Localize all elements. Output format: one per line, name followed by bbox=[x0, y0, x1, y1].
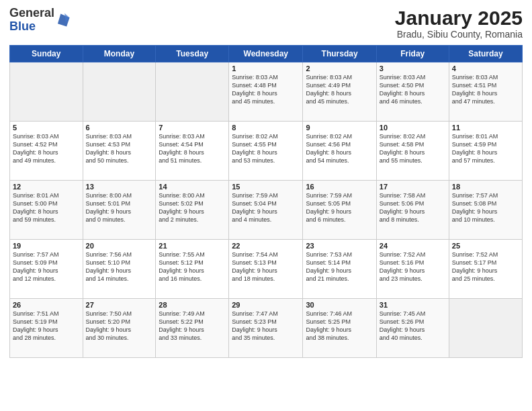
day-content: Sunrise: 8:03 AM Sunset: 4:51 PM Dayligh… bbox=[452, 73, 519, 106]
page-container: General Blue January 2025 Bradu, Sibiu C… bbox=[0, 0, 532, 411]
day-content: Sunrise: 7:58 AM Sunset: 5:06 PM Dayligh… bbox=[380, 191, 446, 224]
subtitle: Bradu, Sibiu County, Romania bbox=[395, 29, 523, 40]
day-content: Sunrise: 8:02 AM Sunset: 4:56 PM Dayligh… bbox=[306, 132, 373, 165]
calendar-cell: 23Sunrise: 7:53 AM Sunset: 5:14 PM Dayli… bbox=[303, 240, 376, 299]
calendar-cell: 21Sunrise: 7:55 AM Sunset: 5:12 PM Dayli… bbox=[156, 240, 229, 299]
day-number: 12 bbox=[13, 183, 80, 191]
day-number: 26 bbox=[13, 301, 80, 309]
day-number: 13 bbox=[86, 183, 153, 191]
day-content: Sunrise: 8:02 AM Sunset: 4:58 PM Dayligh… bbox=[380, 132, 446, 165]
day-number: 1 bbox=[232, 64, 300, 73]
day-content: Sunrise: 8:02 AM Sunset: 4:55 PM Dayligh… bbox=[232, 132, 300, 165]
day-of-week-header: Sunday bbox=[10, 46, 83, 62]
day-number: 25 bbox=[452, 242, 519, 250]
day-content: Sunrise: 7:51 AM Sunset: 5:19 PM Dayligh… bbox=[13, 310, 80, 342]
day-content: Sunrise: 7:52 AM Sunset: 5:17 PM Dayligh… bbox=[452, 250, 519, 283]
day-of-week-header: Tuesday bbox=[156, 46, 229, 62]
day-number: 15 bbox=[232, 183, 300, 191]
calendar-table: SundayMondayTuesdayWednesdayThursdayFrid… bbox=[9, 45, 523, 358]
day-content: Sunrise: 7:57 AM Sunset: 5:09 PM Dayligh… bbox=[13, 250, 80, 283]
calendar-cell: 18Sunrise: 7:57 AM Sunset: 5:08 PM Dayli… bbox=[449, 181, 522, 240]
calendar-cell: 9Sunrise: 8:02 AM Sunset: 4:56 PM Daylig… bbox=[303, 122, 376, 181]
calendar-week-row: 12Sunrise: 8:01 AM Sunset: 5:00 PM Dayli… bbox=[10, 181, 523, 240]
calendar-cell: 27Sunrise: 7:50 AM Sunset: 5:20 PM Dayli… bbox=[83, 299, 156, 358]
day-content: Sunrise: 8:03 AM Sunset: 4:54 PM Dayligh… bbox=[159, 132, 226, 165]
calendar-cell: 16Sunrise: 7:59 AM Sunset: 5:05 PM Dayli… bbox=[303, 181, 376, 240]
calendar-cell: 12Sunrise: 8:01 AM Sunset: 5:00 PM Dayli… bbox=[10, 181, 83, 240]
day-content: Sunrise: 7:53 AM Sunset: 5:14 PM Dayligh… bbox=[306, 250, 373, 283]
calendar-cell bbox=[83, 62, 156, 122]
day-of-week-header: Wednesday bbox=[229, 46, 303, 62]
day-number: 16 bbox=[306, 183, 373, 191]
day-content: Sunrise: 8:03 AM Sunset: 4:48 PM Dayligh… bbox=[232, 73, 300, 106]
calendar-cell: 2Sunrise: 8:03 AM Sunset: 4:49 PM Daylig… bbox=[303, 62, 376, 122]
day-number: 11 bbox=[452, 124, 519, 132]
day-content: Sunrise: 7:59 AM Sunset: 5:05 PM Dayligh… bbox=[306, 191, 373, 224]
day-content: Sunrise: 7:46 AM Sunset: 5:25 PM Dayligh… bbox=[306, 310, 373, 342]
calendar-cell: 4Sunrise: 8:03 AM Sunset: 4:51 PM Daylig… bbox=[449, 62, 522, 122]
day-number: 27 bbox=[86, 301, 153, 309]
calendar-cell: 29Sunrise: 7:47 AM Sunset: 5:23 PM Dayli… bbox=[229, 299, 303, 358]
day-number: 6 bbox=[86, 124, 153, 132]
main-title: January 2025 bbox=[395, 7, 523, 29]
calendar-cell: 20Sunrise: 7:56 AM Sunset: 5:10 PM Dayli… bbox=[83, 240, 156, 299]
logo-blue-text: Blue bbox=[9, 19, 36, 33]
calendar-cell: 26Sunrise: 7:51 AM Sunset: 5:19 PM Dayli… bbox=[10, 299, 83, 358]
day-number: 17 bbox=[380, 183, 446, 191]
calendar-cell: 3Sunrise: 8:03 AM Sunset: 4:50 PM Daylig… bbox=[376, 62, 449, 122]
calendar-cell: 30Sunrise: 7:46 AM Sunset: 5:25 PM Dayli… bbox=[303, 299, 376, 358]
logo-icon bbox=[56, 13, 71, 28]
calendar-cell bbox=[449, 299, 522, 358]
day-of-week-header: Friday bbox=[376, 46, 449, 62]
day-number: 21 bbox=[159, 242, 226, 250]
calendar-cell: 25Sunrise: 7:52 AM Sunset: 5:17 PM Dayli… bbox=[449, 240, 522, 299]
calendar-cell: 24Sunrise: 7:52 AM Sunset: 5:16 PM Dayli… bbox=[376, 240, 449, 299]
day-content: Sunrise: 7:56 AM Sunset: 5:10 PM Dayligh… bbox=[86, 250, 153, 283]
day-content: Sunrise: 7:59 AM Sunset: 5:04 PM Dayligh… bbox=[232, 191, 300, 224]
day-number: 5 bbox=[13, 124, 80, 132]
calendar-cell: 17Sunrise: 7:58 AM Sunset: 5:06 PM Dayli… bbox=[376, 181, 449, 240]
calendar-cell: 28Sunrise: 7:49 AM Sunset: 5:22 PM Dayli… bbox=[156, 299, 229, 358]
day-content: Sunrise: 7:57 AM Sunset: 5:08 PM Dayligh… bbox=[452, 191, 519, 224]
calendar-week-row: 26Sunrise: 7:51 AM Sunset: 5:19 PM Dayli… bbox=[10, 299, 523, 358]
day-content: Sunrise: 7:52 AM Sunset: 5:16 PM Dayligh… bbox=[380, 250, 446, 283]
day-number: 28 bbox=[159, 301, 226, 309]
day-number: 7 bbox=[159, 124, 226, 132]
day-number: 30 bbox=[306, 301, 373, 309]
calendar-week-row: 1Sunrise: 8:03 AM Sunset: 4:48 PM Daylig… bbox=[10, 62, 523, 122]
calendar-week-row: 5Sunrise: 8:03 AM Sunset: 4:52 PM Daylig… bbox=[10, 122, 523, 181]
day-content: Sunrise: 7:49 AM Sunset: 5:22 PM Dayligh… bbox=[159, 310, 226, 342]
calendar-cell: 15Sunrise: 7:59 AM Sunset: 5:04 PM Dayli… bbox=[229, 181, 303, 240]
day-of-week-header: Saturday bbox=[449, 46, 522, 62]
calendar-cell: 10Sunrise: 8:02 AM Sunset: 4:58 PM Dayli… bbox=[376, 122, 449, 181]
day-content: Sunrise: 8:01 AM Sunset: 5:00 PM Dayligh… bbox=[13, 191, 80, 224]
logo-general-text: General bbox=[9, 6, 54, 19]
day-number: 19 bbox=[13, 242, 80, 250]
header: General Blue January 2025 Bradu, Sibiu C… bbox=[9, 7, 523, 40]
calendar-cell bbox=[10, 62, 83, 122]
day-content: Sunrise: 7:50 AM Sunset: 5:20 PM Dayligh… bbox=[86, 310, 153, 342]
day-number: 23 bbox=[306, 242, 373, 250]
logo: General Blue bbox=[9, 7, 71, 34]
day-content: Sunrise: 7:55 AM Sunset: 5:12 PM Dayligh… bbox=[159, 250, 226, 283]
day-content: Sunrise: 8:00 AM Sunset: 5:02 PM Dayligh… bbox=[159, 191, 226, 224]
day-content: Sunrise: 7:45 AM Sunset: 5:26 PM Dayligh… bbox=[380, 310, 446, 342]
day-number: 10 bbox=[380, 124, 446, 132]
day-number: 31 bbox=[380, 301, 446, 309]
calendar-cell: 13Sunrise: 8:00 AM Sunset: 5:01 PM Dayli… bbox=[83, 181, 156, 240]
calendar-cell bbox=[156, 62, 229, 122]
calendar-cell: 6Sunrise: 8:03 AM Sunset: 4:53 PM Daylig… bbox=[83, 122, 156, 181]
day-number: 3 bbox=[380, 64, 446, 73]
calendar-header: SundayMondayTuesdayWednesdayThursdayFrid… bbox=[10, 46, 523, 62]
calendar-cell: 5Sunrise: 8:03 AM Sunset: 4:52 PM Daylig… bbox=[10, 122, 83, 181]
title-block: January 2025 Bradu, Sibiu County, Romani… bbox=[395, 7, 523, 40]
day-number: 4 bbox=[452, 64, 519, 73]
day-content: Sunrise: 8:01 AM Sunset: 4:59 PM Dayligh… bbox=[452, 132, 519, 165]
day-content: Sunrise: 8:03 AM Sunset: 4:52 PM Dayligh… bbox=[13, 132, 80, 165]
calendar-cell: 11Sunrise: 8:01 AM Sunset: 4:59 PM Dayli… bbox=[449, 122, 522, 181]
calendar-body: 1Sunrise: 8:03 AM Sunset: 4:48 PM Daylig… bbox=[10, 62, 523, 358]
day-number: 9 bbox=[306, 124, 373, 132]
day-of-week-header: Thursday bbox=[303, 46, 376, 62]
calendar-cell: 14Sunrise: 8:00 AM Sunset: 5:02 PM Dayli… bbox=[156, 181, 229, 240]
calendar-cell: 19Sunrise: 7:57 AM Sunset: 5:09 PM Dayli… bbox=[10, 240, 83, 299]
